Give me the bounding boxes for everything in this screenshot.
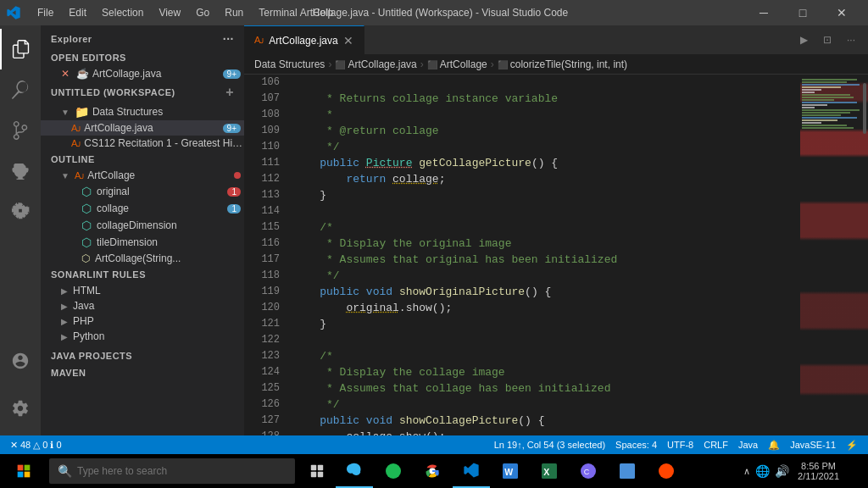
menu-go[interactable]: Go <box>189 5 216 20</box>
svg-rect-7 <box>318 472 323 477</box>
outline-artcollage[interactable]: ▼ Aᴊ ArtCollage <box>41 168 244 183</box>
network-icon: 🌐 <box>755 464 770 478</box>
open-file-badge: 9+ <box>223 69 241 79</box>
outline-collage[interactable]: ⬡ collage 1 <box>41 200 244 217</box>
outline-constructor[interactable]: ⬡ ArtCollage(String... <box>41 251 244 266</box>
error-icon: ✕ <box>10 440 18 451</box>
breadcrumb-4[interactable]: ⬛colorizeTile(String, int, int) <box>498 58 627 70</box>
code-line-114 <box>293 203 800 219</box>
sonar-python[interactable]: ▶ Python <box>41 329 244 344</box>
minimap-scrollbar[interactable] <box>863 83 866 134</box>
code-editor[interactable]: 106 107 108 109 110 111 112 113 114 115 … <box>244 75 800 435</box>
menu-file[interactable]: File <box>31 5 60 20</box>
section-untitled[interactable]: UNTITLED (WORKSPACE) + <box>41 81 244 103</box>
run-button[interactable]: ▶ <box>793 30 814 50</box>
sonar-php[interactable]: ▶ PHP <box>41 313 244 329</box>
menu-edit[interactable]: Edit <box>62 5 93 20</box>
status-ln-col[interactable]: Ln 19↑, Col 54 (3 selected) <box>491 440 609 450</box>
start-button[interactable] <box>3 454 44 488</box>
taskbar-app7[interactable]: C <box>570 454 607 488</box>
explorer-menu-button[interactable]: ··· <box>223 32 234 46</box>
taskbar-search-box[interactable]: 🔍 <box>49 458 295 484</box>
sonar-html[interactable]: ▶ HTML <box>41 283 244 298</box>
code-line-111: public Picture getCollagePicture() { <box>293 155 800 171</box>
section-open-editors[interactable]: OPEN EDITORS <box>41 49 244 66</box>
status-errors[interactable]: ✕ 48 △ 0 ℹ 0 <box>7 440 65 451</box>
maven-label: MAVEN <box>51 368 86 378</box>
taskbar-excel[interactable]: X <box>531 454 568 488</box>
sonar-java[interactable]: ▶ Java <box>41 298 244 313</box>
section-outline[interactable]: OUTLINE <box>41 151 244 168</box>
taskbar-vscode[interactable] <box>453 454 490 488</box>
system-clock[interactable]: 8:56 PM 2/11/2021 <box>793 461 844 481</box>
tab-artcollage[interactable]: Aᴊ ArtCollage.java ✕ <box>244 25 364 54</box>
activity-search-icon[interactable] <box>0 69 41 110</box>
section-java-projects[interactable]: JAVA PROJECTS <box>41 347 244 364</box>
activity-explorer-icon[interactable] <box>0 29 41 69</box>
activity-scm-icon[interactable] <box>0 110 41 151</box>
menu-terminal[interactable]: Terminal <box>252 5 303 20</box>
folder-icon: 📁 <box>75 105 89 119</box>
activity-account-icon[interactable] <box>0 341 41 381</box>
svg-text:W: W <box>504 467 513 477</box>
taskbar-edge[interactable] <box>336 454 373 488</box>
breadcrumb-1[interactable]: Data Structures <box>254 58 325 70</box>
status-java-version[interactable]: JavaSE-11 <box>787 440 839 450</box>
close-file-icon[interactable]: ✕ <box>61 68 70 80</box>
activity-debug-icon[interactable] <box>0 151 41 191</box>
code-line-119: public void showOriginalPicture() { <box>293 284 800 300</box>
breadcrumb-3[interactable]: ⬛ArtCollage <box>427 58 487 70</box>
tab-bar: Aᴊ ArtCollage.java ✕ ▶ ⊡ ··· <box>244 25 868 55</box>
status-spaces[interactable]: Spaces: 4 <box>612 440 660 450</box>
info-icon: ℹ <box>50 440 53 451</box>
tray-icons[interactable]: ∧ 🌐 🔊 <box>743 464 789 478</box>
more-actions-button[interactable]: ··· <box>841 30 861 50</box>
section-sonar[interactable]: SONARLINT RULES <box>41 266 244 283</box>
outline-collagedimension[interactable]: ⬡ collageDimension <box>41 217 244 234</box>
code-line-128: collage.show(); <box>293 429 800 435</box>
minimap[interactable] <box>800 75 868 435</box>
add-folder-icon[interactable]: + <box>225 85 234 100</box>
section-maven[interactable]: MAVEN <box>41 364 244 381</box>
minimize-button[interactable]: ─ <box>744 0 783 25</box>
file-artcollage[interactable]: Aᴊ ArtCollage.java 9+ <box>41 120 244 136</box>
error-count: 48 <box>20 440 31 450</box>
menu-view[interactable]: View <box>152 5 187 20</box>
maximize-button[interactable]: □ <box>783 0 822 25</box>
taskbar-chrome[interactable] <box>414 454 451 488</box>
outline-collage-dim-name: collageDimension <box>97 219 244 231</box>
code-line-120: original.show(); <box>293 300 800 316</box>
show-desktop-button[interactable] <box>848 458 861 484</box>
status-line-ending[interactable]: CRLF <box>700 440 732 450</box>
status-language[interactable]: Java <box>735 440 761 450</box>
breadcrumb-2[interactable]: ⬛ArtCollage.java <box>335 58 416 70</box>
ln-125: 125 <box>251 380 280 396</box>
status-encoding[interactable]: UTF-8 <box>664 440 697 450</box>
activity-settings-icon[interactable] <box>0 388 41 429</box>
menu-run[interactable]: Run <box>218 5 250 20</box>
outline-original[interactable]: ⬡ original 1 <box>41 183 244 200</box>
taskbar-search-input[interactable] <box>77 465 287 477</box>
menu-selection[interactable]: Selection <box>95 5 150 20</box>
outline-tiledimension[interactable]: ⬡ tileDimension <box>41 234 244 251</box>
taskbar-spotify[interactable] <box>375 454 412 488</box>
code-line-113: } <box>293 187 800 203</box>
file-cs112[interactable]: Aᴊ CS112 Recitation 1 - Greatest Hits o.… <box>41 136 244 151</box>
ln-124: 124 <box>251 364 280 380</box>
split-editor-button[interactable]: ⊡ <box>817 30 837 50</box>
close-button[interactable]: ✕ <box>822 0 861 25</box>
open-file-artcollage[interactable]: ✕ ☕ ArtCollage.java 9+ <box>41 66 244 81</box>
folder-data-structures[interactable]: ▼ 📁 Data Structures <box>41 103 244 120</box>
taskbar-app8[interactable] <box>609 454 646 488</box>
taskbar-word[interactable]: W <box>492 454 529 488</box>
taskbar-app9[interactable] <box>648 454 685 488</box>
info-count: 0 <box>56 440 61 450</box>
tab-close-button[interactable]: ✕ <box>343 34 353 47</box>
status-bell[interactable]: 🔔 <box>765 440 783 451</box>
taskbar-taskview[interactable] <box>300 454 334 488</box>
status-remote[interactable]: ⚡ <box>843 440 861 451</box>
activity-extensions-icon[interactable] <box>0 191 41 232</box>
window-controls: ─ □ ✕ <box>744 0 861 25</box>
svg-rect-5 <box>318 465 323 470</box>
code-content[interactable]: * Returns collage instance variable * * … <box>287 75 800 435</box>
